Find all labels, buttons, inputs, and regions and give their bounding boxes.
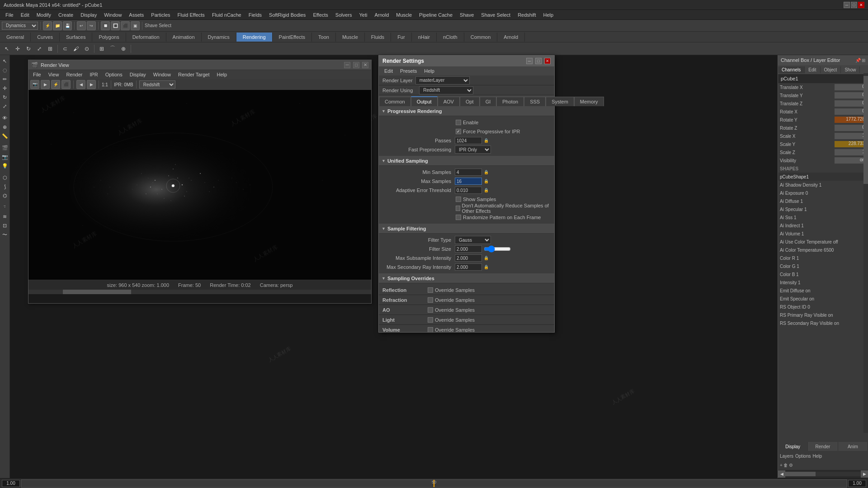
snap-curve-icon[interactable]: ⌒	[108, 44, 118, 54]
cb-pin-icon[interactable]: 📌	[855, 58, 861, 63]
cb-expand-icon[interactable]: ⊞	[862, 58, 865, 63]
volume-override-checkbox[interactable]	[428, 327, 433, 333]
sample-filtering-header[interactable]: ▼ Sample Filtering	[379, 224, 554, 234]
menu-create[interactable]: Create	[55, 11, 77, 19]
cloth-btn[interactable]: ⊡	[1, 221, 9, 230]
polygon-btn[interactable]: ⬡	[1, 174, 9, 182]
rs-tab-memory[interactable]: Memory	[574, 97, 604, 106]
scale-z-val[interactable]: 1	[835, 149, 866, 155]
passes-lock-icon[interactable]: 🔒	[484, 138, 489, 143]
tab-animation[interactable]: Animation	[166, 33, 202, 42]
translate-x-val[interactable]: 0	[835, 84, 866, 90]
tb-btn-9[interactable]: ▣	[131, 21, 140, 30]
cb-tab-display[interactable]: Display	[778, 442, 808, 451]
scale-tool-icon[interactable]: ⤢	[34, 44, 44, 54]
menu-softrigid[interactable]: SoftRigid Bodies	[265, 11, 309, 19]
enable-checkbox[interactable]	[456, 120, 461, 125]
close-button[interactable]: ✕	[858, 2, 864, 8]
menu-assets[interactable]: Assets	[125, 11, 147, 19]
adaptive-error-input[interactable]	[455, 187, 482, 194]
min-samples-lock-icon[interactable]: 🔒	[484, 170, 489, 174]
rs-close-window-btn[interactable]: ✕	[544, 58, 551, 64]
deform-btn[interactable]: ⌬	[1, 192, 9, 200]
menu-help[interactable]: Help	[539, 11, 557, 19]
cb-new-layer-icon[interactable]: +	[780, 463, 783, 468]
tb-btn-6[interactable]: 🔲	[101, 21, 110, 30]
rv-menu-window[interactable]: Window	[151, 71, 174, 78]
max-subsample-lock-icon[interactable]: 🔒	[484, 256, 489, 260]
show-hide-btn[interactable]: 👁	[1, 114, 9, 122]
tb-btn-3[interactable]: 💾	[63, 21, 72, 30]
tb-btn-5[interactable]: ↪	[87, 21, 96, 30]
rs-tab-photon[interactable]: Photon	[496, 97, 524, 106]
snap-point-icon[interactable]: ⊕	[118, 44, 128, 54]
paint-tool-icon[interactable]: 🖌	[71, 44, 81, 54]
camera-btn[interactable]: 📷	[1, 153, 9, 161]
menu-fluid-ncache[interactable]: Fluid nCache	[208, 11, 245, 19]
rs-tab-aov[interactable]: AOV	[438, 97, 460, 106]
menu-solvers[interactable]: Solvers	[332, 11, 356, 19]
menu-window[interactable]: Window	[100, 11, 125, 19]
cb-menu-options[interactable]: Options	[795, 454, 811, 459]
menu-shave[interactable]: Shave	[456, 11, 477, 19]
tab-deformation[interactable]: Deformation	[126, 33, 166, 42]
rs-tab-system[interactable]: System	[546, 97, 574, 106]
maximize-button[interactable]: □	[851, 2, 857, 8]
tab-surfaces[interactable]: Surfaces	[60, 33, 92, 42]
visibility-val[interactable]: on	[835, 157, 866, 164]
rv-minimize-btn[interactable]: ─	[344, 62, 350, 68]
rs-minimize-btn[interactable]: ─	[526, 58, 533, 64]
tb-btn-7[interactable]: 🔳	[111, 21, 120, 30]
select-tool-icon[interactable]: ↖	[2, 44, 12, 54]
rotate-x-val[interactable]: 0	[835, 108, 866, 115]
tab-painteffects[interactable]: PaintEffects	[273, 33, 312, 42]
menu-particles[interactable]: Particles	[147, 11, 174, 19]
scale-btn[interactable]: ⤢	[1, 102, 9, 110]
tb-btn-1[interactable]: ⚡	[43, 21, 52, 30]
rs-tab-output[interactable]: Output	[411, 96, 438, 106]
tab-ncloth[interactable]: nCloth	[437, 33, 464, 42]
lasso-btn[interactable]: ◌	[1, 66, 9, 74]
tab-fur[interactable]: Fur	[391, 33, 412, 42]
menu-shave-select[interactable]: Shave Select	[477, 11, 514, 19]
refraction-override-checkbox[interactable]	[428, 297, 433, 303]
tab-toon[interactable]: Toon	[312, 33, 336, 42]
mode-dropdown[interactable]: Dynamics	[2, 22, 38, 30]
rotate-tool-icon[interactable]: ↻	[24, 44, 33, 54]
tb-btn-8[interactable]: ⬛	[121, 21, 130, 30]
filter-type-dropdown[interactable]: Gauss	[455, 236, 491, 244]
max-subsample-input[interactable]	[455, 254, 482, 262]
menu-effects[interactable]: Effects	[309, 11, 331, 19]
timeline-start-input[interactable]	[2, 480, 20, 487]
menu-arnold[interactable]: Arnold	[371, 11, 392, 19]
sculpt-tool-icon[interactable]: ⊙	[82, 44, 92, 54]
filter-size-slider[interactable]	[484, 246, 511, 252]
progressive-rendering-header[interactable]: ▼ Progressive Rendering	[379, 106, 554, 116]
rs-using-dropdown[interactable]: Redshift	[419, 86, 473, 94]
rv-tb-next[interactable]: ▶	[87, 80, 96, 89]
menu-fields[interactable]: Fields	[245, 11, 265, 19]
cb-tab-anim[interactable]: Anim	[838, 442, 868, 451]
rv-tb-ipr[interactable]: ⚡	[51, 80, 60, 89]
rv-tb-render[interactable]: ▶	[41, 80, 50, 89]
menu-muscle[interactable]: Muscle	[392, 11, 415, 19]
tab-custom[interactable]: Common	[464, 33, 498, 42]
cb-bottom-scrollbar[interactable]: ◀ ▶	[778, 470, 868, 478]
tab-polygons[interactable]: Polygons	[92, 33, 126, 42]
tab-rendering[interactable]: Rendering	[236, 33, 273, 42]
min-samples-input[interactable]	[455, 169, 482, 176]
cb-menu-layers[interactable]: Layers	[780, 454, 793, 459]
tb-btn-4[interactable]: ↩	[77, 21, 86, 30]
tab-curves[interactable]: Curves	[31, 33, 60, 42]
translate-y-val[interactable]: 0	[835, 92, 866, 99]
rotate-btn[interactable]: ↻	[1, 93, 9, 101]
tab-fluids[interactable]: Fluids	[365, 33, 391, 42]
cb-tab-show[interactable]: Show	[841, 66, 860, 73]
rs-menu-presets[interactable]: Presets	[396, 67, 420, 75]
passes-input[interactable]	[455, 137, 482, 144]
rs-tab-gi[interactable]: GI	[480, 97, 497, 106]
rv-close-btn[interactable]: ✕	[362, 62, 368, 68]
minimize-button[interactable]: ─	[844, 2, 850, 8]
filter-size-input[interactable]	[455, 245, 482, 253]
reflection-override-checkbox[interactable]	[428, 287, 433, 293]
